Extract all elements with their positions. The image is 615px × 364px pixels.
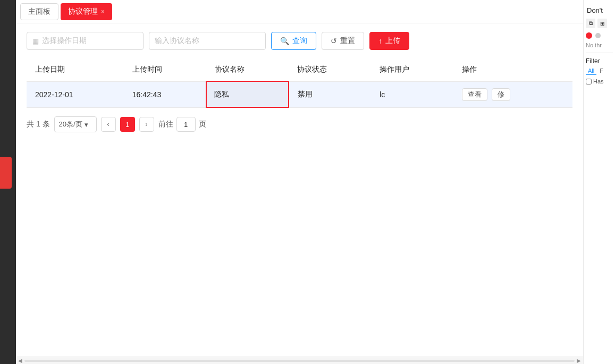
divider-1 <box>586 53 613 53</box>
red-dot <box>586 32 592 39</box>
date-filter[interactable]: ▦ 选择操作日期 <box>27 32 144 50</box>
date-placeholder: 选择操作日期 <box>42 36 87 46</box>
total-count: 共 1 条 <box>27 120 50 129</box>
has-checkbox[interactable] <box>586 79 592 84</box>
upload-button[interactable]: ↑ 上传 <box>369 32 409 50</box>
scroll-right-arrow[interactable]: ▶ <box>577 358 581 363</box>
col-user: 操作用户 <box>371 58 453 81</box>
tab-home-label: 主面板 <box>28 7 50 16</box>
filter-label: Filter <box>586 57 613 65</box>
cell-actions: 查看 修 <box>453 81 572 107</box>
tab-active-label: 协议管理 <box>68 7 98 16</box>
edit-button[interactable]: 修 <box>492 88 510 101</box>
col-status: 协议状态 <box>289 58 371 81</box>
bottom-scrollbar: ◀ ▶ <box>16 357 583 364</box>
cell-name: 隐私 <box>206 81 289 107</box>
main-area: 主面板 协议管理 × ▦ 选择操作日期 输入协议名称 🔍 查询 ↺ 重置 <box>16 0 583 364</box>
filter-tab-all[interactable]: All <box>586 67 596 75</box>
reset-button[interactable]: ↺ 重置 <box>322 32 364 50</box>
pagination-row: 共 1 条 20条/页 ▾ ‹ 1 › 前往 页 <box>27 116 572 132</box>
right-panel: Don't ⧉ ⊞ No thr Filter All F Has <box>583 0 615 364</box>
col-date: 上传日期 <box>27 58 124 81</box>
next-page-button[interactable]: › <box>139 117 154 132</box>
tab-bar: 主面板 协议管理 × <box>16 0 583 23</box>
tab-protocol-management[interactable]: 协议管理 × <box>61 3 112 20</box>
col-name: 协议名称 <box>206 58 289 81</box>
has-label: Has <box>593 78 604 84</box>
chevron-down-icon: ▾ <box>85 121 88 129</box>
prev-page-button[interactable]: ‹ <box>101 117 116 132</box>
scroll-track[interactable] <box>24 360 575 362</box>
cell-user: lc <box>371 81 453 107</box>
tab-home[interactable]: 主面板 <box>20 3 58 20</box>
right-panel-icons: ⧉ ⊞ <box>586 19 613 28</box>
has-checkbox-row: Has <box>586 78 613 84</box>
page-1-button[interactable]: 1 <box>120 117 135 132</box>
name-placeholder: 输入协议名称 <box>155 36 199 46</box>
content-body: ▦ 选择操作日期 输入协议名称 🔍 查询 ↺ 重置 ↑ 上传 <box>16 23 583 357</box>
view-button[interactable]: 查看 <box>462 88 487 101</box>
tab-close-icon[interactable]: × <box>101 8 105 15</box>
filter-tab-f[interactable]: F <box>597 67 605 75</box>
goto-input[interactable] <box>176 117 196 132</box>
cell-time: 16:42:43 <box>124 81 206 107</box>
table-row: 2022-12-01 16:42:43 隐私 禁用 lc 查看 修 <box>27 81 572 107</box>
grid-icon[interactable]: ⊞ <box>597 19 607 28</box>
cell-status: 禁用 <box>289 81 371 107</box>
page-size-selector[interactable]: 20条/页 ▾ <box>54 116 97 132</box>
sidebar <box>0 0 16 364</box>
gray-dot <box>595 33 601 38</box>
dont-label: Don't <box>586 4 613 19</box>
filter-row: ▦ 选择操作日期 输入协议名称 🔍 查询 ↺ 重置 ↑ 上传 <box>27 32 572 50</box>
page-goto: 前往 页 <box>158 117 206 132</box>
cell-date: 2022-12-01 <box>27 81 124 107</box>
query-button[interactable]: 🔍 查询 <box>271 32 316 50</box>
copy-icon[interactable]: ⧉ <box>586 19 595 28</box>
upload-icon: ↑ <box>378 37 382 45</box>
goto-label: 前往 <box>158 120 173 129</box>
page-unit: 页 <box>199 120 206 129</box>
name-filter[interactable]: 输入协议名称 <box>149 32 266 50</box>
calendar-icon: ▦ <box>32 37 39 45</box>
search-icon: 🔍 <box>280 37 289 45</box>
col-actions: 操作 <box>453 58 572 81</box>
no-thr-label: No thr <box>586 42 613 48</box>
scroll-left-arrow[interactable]: ◀ <box>18 358 22 363</box>
filter-tabs: All F <box>586 67 613 75</box>
reset-icon: ↺ <box>331 37 337 45</box>
data-table: 上传日期 上传时间 协议名称 协议状态 操作用户 操作 2022-12-01 1… <box>27 58 572 108</box>
sidebar-red-button[interactable] <box>0 157 12 189</box>
col-time: 上传时间 <box>124 58 206 81</box>
